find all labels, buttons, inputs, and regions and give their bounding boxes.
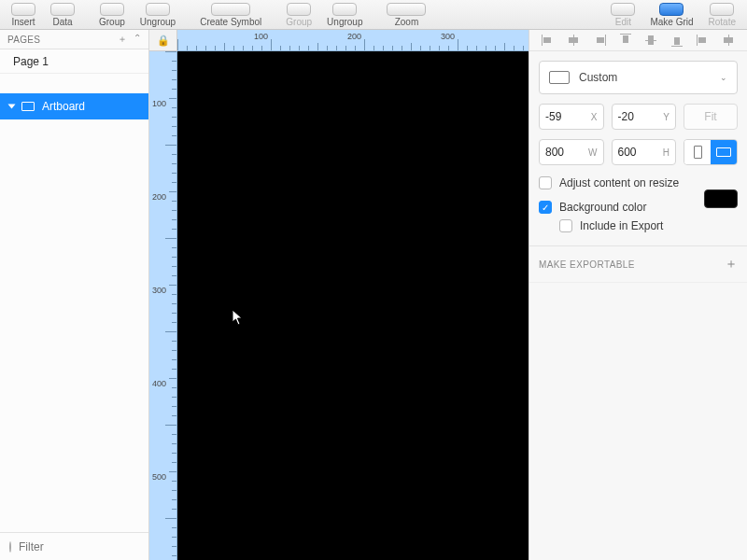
layer-artboard[interactable]: Artboard bbox=[0, 93, 148, 119]
pages-title: PAGES bbox=[7, 35, 40, 45]
distribute-h-icon[interactable] bbox=[697, 35, 710, 46]
toolbar: Insert Data Group Ungroup Create Symbol … bbox=[0, 0, 747, 30]
device-icon bbox=[549, 71, 570, 84]
artboard-surface[interactable] bbox=[177, 51, 529, 560]
x-field[interactable]: X bbox=[539, 104, 604, 130]
align-row bbox=[529, 30, 747, 51]
left-panel: PAGES ＋ ⌃ Page 1 Artboard bbox=[0, 30, 149, 560]
tb-group[interactable]: Group bbox=[92, 0, 133, 27]
tb-rotate: Rotate bbox=[701, 0, 743, 27]
w-field[interactable]: W bbox=[539, 139, 604, 165]
inspector: Custom ⌄ X Y Fit W H Adjust content on r… bbox=[529, 30, 747, 560]
adjust-checkbox[interactable] bbox=[539, 176, 552, 189]
adjust-content-row[interactable]: Adjust content on resize bbox=[539, 176, 738, 189]
add-export-icon[interactable]: ＋ bbox=[725, 256, 738, 273]
tb-create-symbol[interactable]: Create Symbol bbox=[192, 0, 269, 27]
pages-header: PAGES ＋ ⌃ bbox=[0, 30, 148, 49]
y-field[interactable]: Y bbox=[612, 104, 677, 130]
filter-bar bbox=[0, 532, 148, 560]
size-preset-label: Custom bbox=[579, 71, 617, 84]
canvas-area: 🔒 100200300 100200300400500 bbox=[149, 30, 529, 560]
orientation-landscape[interactable] bbox=[711, 140, 737, 164]
page-row[interactable]: Page 1 bbox=[0, 49, 148, 74]
ruler-corner[interactable]: 🔒 bbox=[149, 30, 177, 51]
distribute-v-icon[interactable] bbox=[722, 35, 735, 46]
ruler-top[interactable]: 100200300 bbox=[177, 30, 529, 51]
tb-ungroup-2[interactable]: Ungroup bbox=[319, 0, 370, 27]
align-top-icon[interactable] bbox=[620, 34, 631, 47]
align-left-icon[interactable] bbox=[542, 35, 555, 46]
ruler-left[interactable]: 100200300400500 bbox=[149, 51, 177, 560]
bg-color-swatch[interactable] bbox=[704, 189, 738, 208]
tb-ungroup[interactable]: Ungroup bbox=[133, 0, 183, 27]
add-page-icon[interactable]: ＋ bbox=[118, 33, 127, 46]
tb-edit: Edit bbox=[603, 0, 642, 27]
align-right-icon[interactable] bbox=[593, 35, 606, 46]
tb-data[interactable]: Data bbox=[43, 0, 82, 27]
artboard-icon bbox=[21, 102, 35, 111]
filter-input[interactable] bbox=[19, 540, 159, 553]
h-field[interactable]: H bbox=[612, 139, 677, 165]
size-preset-select[interactable]: Custom ⌄ bbox=[539, 61, 738, 94]
align-vcenter-icon[interactable] bbox=[645, 34, 656, 47]
align-bottom-icon[interactable] bbox=[671, 34, 683, 47]
collapse-pages-icon[interactable]: ⌃ bbox=[134, 33, 141, 46]
tb-insert[interactable]: Insert bbox=[4, 0, 43, 27]
include-export-row[interactable]: Include in Export bbox=[559, 219, 738, 232]
orientation-portrait[interactable] bbox=[684, 140, 711, 164]
filter-icon bbox=[9, 541, 11, 553]
chevron-down-icon: ⌄ bbox=[720, 73, 727, 82]
export-section[interactable]: MAKE EXPORTABLE ＋ bbox=[529, 246, 747, 283]
bg-checkbox[interactable]: ✓ bbox=[539, 201, 552, 214]
tb-group-2: Group bbox=[278, 0, 319, 27]
layer-label: Artboard bbox=[42, 100, 85, 113]
include-checkbox[interactable] bbox=[559, 219, 572, 232]
align-hcenter-icon[interactable] bbox=[567, 35, 580, 46]
tb-zoom[interactable]: Zoom bbox=[379, 0, 433, 27]
lock-icon: 🔒 bbox=[157, 35, 170, 47]
fit-button[interactable]: Fit bbox=[684, 104, 738, 130]
tb-make-grid[interactable]: Make Grid bbox=[642, 0, 700, 27]
layers-list: Artboard bbox=[0, 74, 148, 532]
disclosure-icon[interactable] bbox=[8, 105, 16, 109]
canvas[interactable] bbox=[177, 51, 529, 560]
orientation-toggle[interactable] bbox=[684, 139, 738, 165]
